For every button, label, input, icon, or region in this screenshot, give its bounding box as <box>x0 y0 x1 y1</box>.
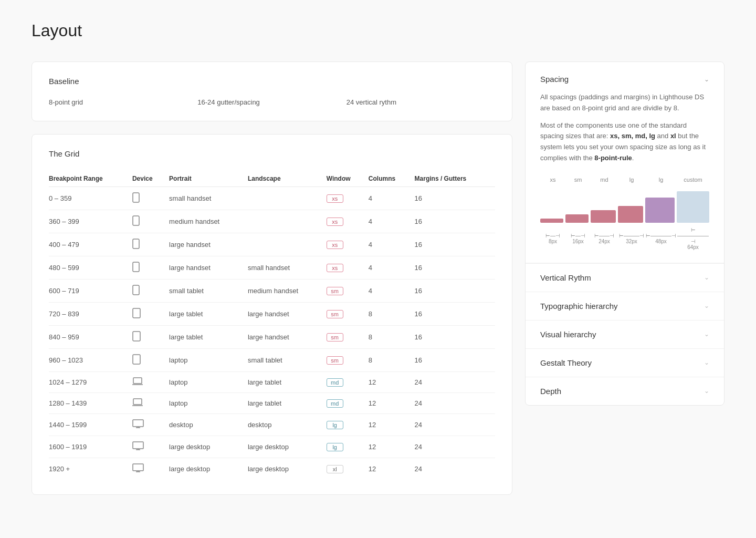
cell-margins: 16 <box>415 256 495 280</box>
sl-xs: xs <box>540 177 565 183</box>
table-row: 1600 – 1919 large desktop large desktop … <box>49 436 495 458</box>
cell-margins: 16 <box>415 187 495 210</box>
cell-device <box>132 414 169 436</box>
spacing-section: Spacing ⌄ All spacings (paddings and mar… <box>526 62 724 263</box>
accordion-item-1[interactable]: Typographic hierarchy ⌄ <box>526 292 724 320</box>
sz-16: ⊢—⊣16px <box>565 233 591 244</box>
cell-device <box>132 372 169 393</box>
col-margins: Margins / Gutters <box>415 171 495 187</box>
svg-rect-5 <box>133 308 140 318</box>
cell-landscape: small handset <box>248 256 327 280</box>
cell-landscape <box>248 210 327 233</box>
bar-md <box>591 210 616 223</box>
spacing-desc-1: All spacings (paddings and margins) in L… <box>540 92 709 114</box>
baseline-item-0: 8-point grid <box>49 98 197 106</box>
cell-device <box>132 349 169 372</box>
cell-device <box>132 326 169 349</box>
grid-card: The Grid Breakpoint Range Device Portrai… <box>32 134 512 495</box>
svg-rect-2 <box>133 239 139 249</box>
cell-margins: 24 <box>415 414 495 436</box>
cell-margins: 16 <box>415 326 495 349</box>
table-row: 960 – 1023 laptop small tablet sm 8 16 <box>49 349 495 372</box>
cell-margins: 16 <box>415 280 495 303</box>
cell-range: 600 – 719 <box>49 280 132 303</box>
cell-portrait: laptop <box>169 349 248 372</box>
spacing-chevron-up-icon[interactable]: ⌄ <box>704 76 709 83</box>
accordion-label-3: Gestalt Theory <box>540 358 592 367</box>
table-row: 0 – 359 small handset xs 4 16 <box>49 187 495 210</box>
bar-xs <box>540 219 563 223</box>
sl-sm: sm <box>565 177 591 183</box>
grid-header-row: Breakpoint Range Device Portrait Landsca… <box>49 171 495 187</box>
cell-device <box>132 256 169 280</box>
cell-window: md <box>327 372 369 393</box>
cell-portrait: small tablet <box>169 280 248 303</box>
cell-range: 1440 – 1599 <box>49 414 132 436</box>
accordion-label-0: Vertical Rythm <box>540 273 591 282</box>
cell-landscape: large desktop <box>248 458 327 480</box>
cell-device <box>132 436 169 458</box>
sz-32: ⊢———⊣32px <box>618 233 645 244</box>
cell-columns: 4 <box>369 187 415 210</box>
cell-columns: 4 <box>369 233 415 256</box>
accordion-item-0[interactable]: Vertical Rythm ⌄ <box>526 263 724 292</box>
cell-range: 0 – 359 <box>49 187 132 210</box>
cell-columns: 8 <box>369 303 415 326</box>
table-row: 1024 – 1279 laptop large tablet md 12 24 <box>49 372 495 393</box>
cell-window: lg <box>327 436 369 458</box>
spacing-bars <box>540 186 709 223</box>
cell-device <box>132 233 169 256</box>
svg-rect-6 <box>133 332 140 341</box>
left-panel: Baseline 8-point grid 16-24 gutter/spaci… <box>32 61 512 495</box>
cell-columns: 12 <box>369 372 415 393</box>
cell-portrait: laptop <box>169 393 248 414</box>
cell-columns: 4 <box>369 256 415 280</box>
accordion-chevron-1-icon: ⌄ <box>704 302 709 309</box>
cell-window: xs <box>327 210 369 233</box>
svg-rect-9 <box>133 399 142 405</box>
cell-range: 840 – 959 <box>49 326 132 349</box>
cell-landscape: large tablet <box>248 393 327 414</box>
svg-rect-7 <box>133 355 140 364</box>
table-row: 840 – 959 large tablet large handset sm … <box>49 326 495 349</box>
cell-margins: 16 <box>415 349 495 372</box>
sl-lg1: lg <box>618 177 645 183</box>
grid-tbody: 0 – 359 small handset xs 4 16 360 – 399 … <box>49 187 495 480</box>
baseline-item-1: 16-24 gutter/spacing <box>197 98 346 106</box>
col-breakpoint: Breakpoint Range <box>49 171 132 187</box>
cell-portrait: large handset <box>169 256 248 280</box>
accordion-label-1: Typographic hierarchy <box>540 302 618 311</box>
bar-sm <box>565 214 589 223</box>
cell-portrait: large tablet <box>169 326 248 349</box>
page-title: Layout <box>32 21 724 40</box>
cell-landscape: large handset <box>248 326 327 349</box>
sl-md: md <box>591 177 618 183</box>
grid-title: The Grid <box>49 149 495 158</box>
cell-margins: 24 <box>415 458 495 480</box>
cell-margins: 24 <box>415 436 495 458</box>
table-row: 720 – 839 large tablet large handset sm … <box>49 303 495 326</box>
table-row: 400 – 479 large handset xs 4 16 <box>49 233 495 256</box>
accordion-item-3[interactable]: Gestalt Theory ⌄ <box>526 348 724 377</box>
cell-device <box>132 303 169 326</box>
spacing-title: Spacing <box>540 75 569 84</box>
cell-portrait: desktop <box>169 414 248 436</box>
cell-window: lg <box>327 414 369 436</box>
cell-margins: 24 <box>415 372 495 393</box>
col-columns: Columns <box>369 171 415 187</box>
col-landscape: Landscape <box>248 171 327 187</box>
table-row: 600 – 719 small tablet medium handset sm… <box>49 280 495 303</box>
accordion-item-2[interactable]: Visual hierarchy ⌄ <box>526 320 724 348</box>
svg-rect-12 <box>133 464 143 471</box>
table-row: 360 – 399 medium handset xs 4 16 <box>49 210 495 233</box>
col-window: Window <box>327 171 369 187</box>
accordion-item-4[interactable]: Depth ⌄ <box>526 377 724 405</box>
spacing-size-row: ⊢—⊣8px ⊢—⊣16px ⊢——⊣24px ⊢———⊣32px ⊢————⊣… <box>540 227 709 250</box>
right-panel: Spacing ⌄ All spacings (paddings and mar… <box>525 61 724 406</box>
cell-device <box>132 458 169 480</box>
svg-rect-11 <box>133 442 143 449</box>
cell-range: 720 – 839 <box>49 303 132 326</box>
spacing-header: Spacing ⌄ <box>540 75 709 84</box>
cell-range: 480 – 599 <box>49 256 132 280</box>
bar-lg1 <box>618 206 643 223</box>
